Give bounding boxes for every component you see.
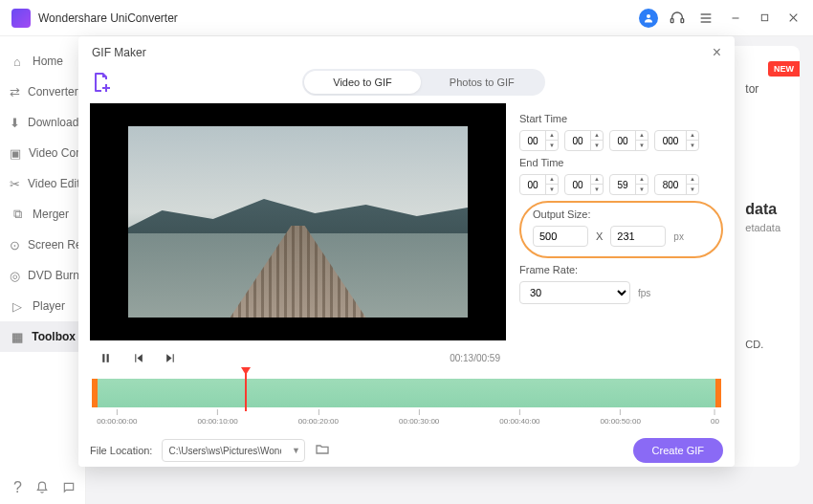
sidebar-item-dvd[interactable]: ◎DVD Burner <box>0 260 85 291</box>
sidebar-item-editor[interactable]: ✂Video Editor <box>0 168 85 199</box>
bell-icon[interactable] <box>35 479 49 496</box>
sidebar-item-merger[interactable]: ⧉Merger <box>0 199 85 230</box>
step-up[interactable]: ▲ <box>636 174 648 185</box>
ruler-tick: 00:00:20:00 <box>298 409 339 426</box>
end-time-label: End Time <box>519 157 723 168</box>
headset-icon[interactable] <box>668 9 687 28</box>
output-height-input[interactable] <box>610 226 666 247</box>
sidebar-item-label: Converter <box>28 85 78 99</box>
framerate-select[interactable]: 30 <box>519 281 630 304</box>
bg-heading: data <box>745 201 780 218</box>
start-seconds-input[interactable] <box>610 136 635 146</box>
tab-photos-to-gif[interactable]: Photos to GIF <box>421 71 543 94</box>
start-ms-input[interactable] <box>655 136 686 146</box>
step-down[interactable]: ▼ <box>591 185 603 195</box>
step-up[interactable]: ▲ <box>546 130 558 141</box>
step-down[interactable]: ▼ <box>591 141 603 151</box>
app-logo <box>11 9 31 28</box>
step-up[interactable]: ▲ <box>591 174 603 185</box>
sidebar-item-compressor[interactable]: ▣Video Compressor <box>0 138 85 168</box>
trim-handle-right[interactable] <box>715 379 721 407</box>
file-location-select[interactable]: ▼ <box>162 439 305 462</box>
step-up[interactable]: ▲ <box>636 130 648 141</box>
playhead[interactable] <box>245 371 247 411</box>
step-up[interactable]: ▲ <box>546 174 558 185</box>
framerate-unit: fps <box>638 288 650 298</box>
step-up[interactable]: ▲ <box>687 174 698 185</box>
step-up[interactable]: ▲ <box>591 130 603 141</box>
tab-video-to-gif[interactable]: Video to GIF <box>304 71 421 94</box>
sidebar-footer: ? <box>0 479 85 496</box>
sidebar-item-converter[interactable]: ⇄Converter <box>0 77 85 107</box>
step-down[interactable]: ▼ <box>687 141 698 151</box>
start-hours-input[interactable] <box>520 136 545 146</box>
sidebar-item-recorder[interactable]: ⊙Screen Recorder <box>0 230 85 260</box>
file-location-input[interactable] <box>163 446 287 456</box>
maximize-button[interactable] <box>756 10 773 27</box>
minimize-button[interactable] <box>727 10 744 27</box>
output-size-label: Output Size: <box>533 208 710 220</box>
feedback-icon[interactable] <box>62 479 76 496</box>
settings-panel: Start Time ▲▼ ▲▼ ▲▼ ▲▼ End Time ▲▼ ▲▼ ▲▼… <box>519 103 723 375</box>
step-down[interactable]: ▼ <box>636 141 648 151</box>
end-seconds[interactable]: ▲▼ <box>609 174 648 195</box>
start-ms[interactable]: ▲▼ <box>654 130 699 151</box>
prev-frame-button[interactable] <box>128 348 147 367</box>
step-up[interactable]: ▲ <box>687 130 698 141</box>
ruler-tick: 00:00:40:00 <box>499 409 539 426</box>
end-hours[interactable]: ▲▼ <box>519 174 559 195</box>
end-minutes[interactable]: ▲▼ <box>564 174 604 195</box>
menu-icon[interactable] <box>696 9 715 28</box>
create-gif-button[interactable]: Create GIF <box>633 438 723 463</box>
pause-button[interactable] <box>96 348 115 367</box>
timeline-track[interactable] <box>92 379 721 407</box>
disc-icon: ◎ <box>10 268 20 283</box>
add-file-icon[interactable] <box>90 71 113 94</box>
next-frame-button[interactable] <box>161 348 180 367</box>
step-down[interactable]: ▼ <box>546 141 558 151</box>
sidebar-item-label: Player <box>33 299 65 313</box>
start-hours[interactable]: ▲▼ <box>519 130 559 151</box>
step-down[interactable]: ▼ <box>687 185 698 195</box>
size-unit: px <box>673 231 684 242</box>
close-window-button[interactable] <box>784 10 802 27</box>
ruler-tick: 00:00:50:00 <box>601 409 641 426</box>
new-badge: NEW <box>768 61 800 77</box>
playback-controls: 00:13/00:59 <box>90 340 506 375</box>
bg-fragment: tor <box>745 82 780 96</box>
output-width-input[interactable] <box>533 226 588 247</box>
help-icon[interactable]: ? <box>13 479 22 496</box>
end-minutes-input[interactable] <box>565 180 590 190</box>
sidebar-item-toolbox[interactable]: ▦Toolbox <box>0 321 85 352</box>
close-icon[interactable]: × <box>713 44 721 61</box>
sidebar-item-downloader[interactable]: ⬇Downloader <box>0 107 85 138</box>
trim-handle-left[interactable] <box>92 379 98 407</box>
framerate-label: Frame Rate: <box>519 264 723 275</box>
playback-time: 00:13/00:59 <box>450 353 500 363</box>
ruler-tick: 00 <box>711 409 719 426</box>
scissors-icon: ✂ <box>10 176 20 191</box>
merge-icon: ⧉ <box>10 207 25 222</box>
svg-rect-2 <box>681 18 684 22</box>
step-down[interactable]: ▼ <box>546 185 558 195</box>
end-ms[interactable]: ▲▼ <box>654 174 699 195</box>
title-bar: Wondershare UniConverter <box>0 0 813 36</box>
user-avatar[interactable] <box>639 9 658 28</box>
sidebar-item-home[interactable]: ⌂Home <box>0 46 85 77</box>
svg-rect-11 <box>106 354 108 362</box>
sidebar: ⌂Home ⇄Converter ⬇Downloader ▣Video Comp… <box>0 36 86 504</box>
end-hours-input[interactable] <box>520 180 545 190</box>
video-preview[interactable] <box>90 103 506 340</box>
mode-tabs: Video to GIF Photos to GIF <box>302 69 544 96</box>
end-seconds-input[interactable] <box>610 180 635 190</box>
ruler-tick: 00:00:00:00 <box>97 409 137 426</box>
start-minutes[interactable]: ▲▼ <box>564 130 604 151</box>
start-seconds[interactable]: ▲▼ <box>609 130 648 151</box>
end-ms-input[interactable] <box>655 180 686 190</box>
sidebar-item-label: Video Compressor <box>29 146 85 160</box>
chevron-down-icon[interactable]: ▼ <box>287 446 304 455</box>
open-folder-icon[interactable] <box>315 442 332 459</box>
sidebar-item-player[interactable]: ▷Player <box>0 291 85 321</box>
start-minutes-input[interactable] <box>565 136 590 146</box>
step-down[interactable]: ▼ <box>636 185 648 195</box>
